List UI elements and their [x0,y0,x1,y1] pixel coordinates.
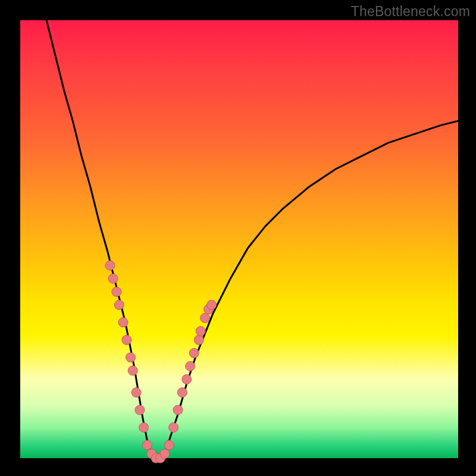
curve-dot [194,335,203,345]
curve-dot [164,440,174,450]
curve-dot [186,361,195,371]
curve-dot [128,366,137,375]
curve-dot [114,300,124,309]
curve-dot [142,440,152,450]
curve-dot [207,300,217,309]
curve-dot [160,449,170,459]
curve-dot [196,327,205,336]
curve-dot [201,314,210,323]
chart-svg [20,20,458,458]
curve-dot [169,423,178,433]
curve-dot [182,375,192,384]
curve-dot [126,353,136,362]
curve-dot [177,388,187,397]
curve-dot [189,348,199,358]
curve-dot [173,405,183,415]
bottleneck-curve [46,20,458,458]
curve-dot [122,335,131,345]
curve-dot [139,423,149,433]
curve-dot [108,274,118,283]
curve-dot [135,405,145,415]
curve-dot [131,388,141,397]
curve-dot [118,318,128,327]
plot-area [20,20,458,458]
watermark-label: TheBottleneck.com [351,4,470,20]
chart-frame: TheBottleneck.com [0,0,476,476]
curve-dots-group [105,261,217,463]
curve-dot [112,287,121,296]
curve-dot [105,261,115,270]
